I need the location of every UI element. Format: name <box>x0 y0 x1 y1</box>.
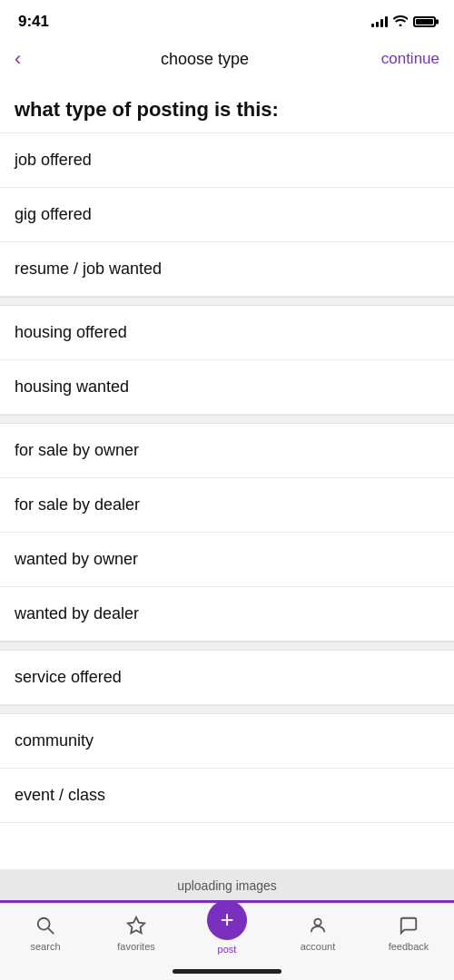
type-item-label: service offered <box>15 668 122 687</box>
type-item-label: housing offered <box>15 323 127 342</box>
tab-post[interactable]: + post <box>182 904 272 962</box>
group-separator <box>0 297 454 306</box>
type-item-label: job offered <box>15 151 92 170</box>
chat-icon <box>397 914 420 937</box>
type-list-item[interactable]: event / class <box>0 769 454 823</box>
signal-icon <box>371 16 388 27</box>
type-list-item[interactable]: job offered <box>0 133 454 188</box>
type-list-item[interactable]: community <box>0 714 454 769</box>
page-heading: what type of posting is this: <box>0 83 454 133</box>
svg-point-3 <box>314 919 321 926</box>
tab-search-label: search <box>30 941 60 952</box>
battery-icon <box>413 16 436 27</box>
type-item-label: for sale by dealer <box>15 495 140 514</box>
person-icon <box>306 914 330 937</box>
type-item-label: resume / job wanted <box>15 260 162 279</box>
tab-account[interactable]: account <box>272 914 363 959</box>
tab-account-label: account <box>301 941 336 952</box>
status-bar: 9:41 <box>0 0 454 38</box>
continue-button[interactable]: continue <box>381 50 439 68</box>
nav-title: choose type <box>28 50 380 69</box>
group-separator <box>0 642 454 651</box>
type-item-label: housing wanted <box>15 377 129 397</box>
home-indicator <box>0 962 454 980</box>
svg-line-1 <box>48 928 54 934</box>
back-button[interactable]: ‹ <box>15 45 28 73</box>
upload-bar: uploading images <box>0 869 454 903</box>
type-list-item[interactable]: service offered <box>0 651 454 705</box>
status-time: 9:41 <box>18 13 49 31</box>
plus-icon: + <box>220 907 233 931</box>
search-icon <box>34 914 57 937</box>
type-item-label: wanted by dealer <box>15 604 139 623</box>
type-item-label: community <box>15 731 94 750</box>
svg-point-0 <box>38 918 50 930</box>
type-list-item[interactable]: wanted by owner <box>0 533 454 587</box>
star-icon <box>124 914 148 937</box>
type-list-item[interactable]: resume / job wanted <box>0 242 454 297</box>
post-button[interactable]: + <box>207 900 247 940</box>
type-item-label: event / class <box>15 786 105 805</box>
tab-post-label: post <box>218 944 237 955</box>
tab-search[interactable]: search <box>0 914 91 959</box>
type-item-label: wanted by owner <box>15 550 138 569</box>
svg-marker-2 <box>128 917 144 933</box>
type-list-item[interactable]: for sale by dealer <box>0 478 454 533</box>
status-icons <box>371 15 436 29</box>
type-item-label: for sale by owner <box>15 441 139 460</box>
tab-feedback[interactable]: feedback <box>363 914 454 959</box>
type-list-item[interactable]: gig offered <box>0 188 454 242</box>
group-separator <box>0 415 454 424</box>
type-item-label: gig offered <box>15 205 92 224</box>
tab-feedback-label: feedback <box>389 941 429 952</box>
group-separator <box>0 705 454 714</box>
type-list-item[interactable]: for sale by owner <box>0 424 454 478</box>
page-title: what type of posting is this: <box>15 98 439 122</box>
type-list-item[interactable]: housing wanted <box>0 360 454 415</box>
wifi-icon <box>393 15 408 29</box>
type-list: job offeredgig offeredresume / job wante… <box>0 133 454 869</box>
type-list-item[interactable]: housing offered <box>0 306 454 360</box>
type-list-item[interactable]: wanted by dealer <box>0 587 454 642</box>
nav-header: ‹ choose type continue <box>0 38 454 83</box>
tab-favorites-label: favorites <box>117 941 155 952</box>
tab-bar: search favorites + post account <box>0 903 454 962</box>
tab-favorites[interactable]: favorites <box>91 914 182 959</box>
home-indicator-bar <box>173 969 281 974</box>
upload-label: uploading images <box>0 878 454 900</box>
